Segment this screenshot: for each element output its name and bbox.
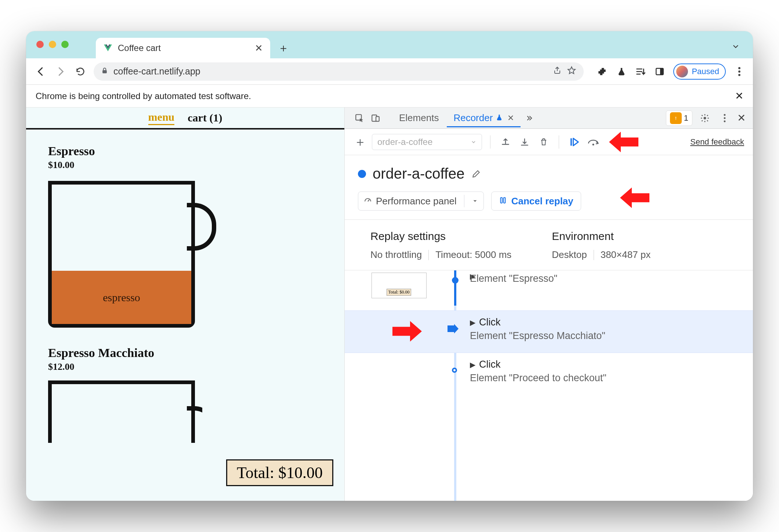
tab-title: Coffee cart <box>118 43 250 53</box>
svg-rect-13 <box>675 119 676 120</box>
profile-paused-chip[interactable]: Paused <box>673 63 726 80</box>
nav-link-cart[interactable]: cart (1) <box>188 112 222 124</box>
back-button[interactable] <box>34 65 47 78</box>
step-action: Click <box>479 359 501 370</box>
browser-tab[interactable]: Coffee cart ✕ <box>96 38 270 58</box>
tab-elements[interactable]: Elements <box>392 109 445 127</box>
svg-rect-4 <box>660 68 663 74</box>
product-name: Espresso Macchiato <box>48 346 322 360</box>
product-price: $12.00 <box>48 361 322 372</box>
sidepanel-icon[interactable] <box>654 66 665 77</box>
new-tab-button[interactable]: ＋ <box>276 41 291 55</box>
product-card: Espresso Macchiato $12.00 <box>48 346 322 443</box>
caret-right-icon: ▶ <box>470 318 475 327</box>
environment-settings: Environment Desktop 380×487 px <box>552 230 651 260</box>
performance-panel-button[interactable]: Performance panel <box>358 192 484 211</box>
cancel-replay-label: Cancel replay <box>511 196 573 207</box>
coffee-mug-icon[interactable]: espresso <box>48 177 202 328</box>
chevron-down-icon <box>472 196 478 207</box>
recording-title-row: order-a-coffee <box>358 165 740 182</box>
inspect-element-icon[interactable] <box>352 111 367 125</box>
cancel-replay-button[interactable]: Cancel replay <box>491 192 581 211</box>
issues-badge[interactable]: 1 <box>666 110 692 126</box>
minimize-window-button[interactable] <box>49 41 56 48</box>
browser-window: Coffee cart ✕ ＋ coffee-cart.netlify.app … <box>26 31 753 501</box>
send-feedback-link[interactable]: Send feedback <box>690 137 744 147</box>
traffic-lights <box>36 41 69 48</box>
perf-label: Performance panel <box>376 196 457 207</box>
main-area: menu cart (1) Espresso $10.00 espresso E… <box>26 108 753 501</box>
reload-button[interactable] <box>74 65 87 78</box>
url-text: coffee-cart.netlify.app <box>113 66 548 77</box>
devtools-tabbar: Elements Recorder ✕ 1 ✕ <box>345 108 753 129</box>
step-row[interactable]: ▶Click Element "Espresso Macchiato" <box>345 311 753 353</box>
svg-point-17 <box>724 120 726 122</box>
environment-title: Environment <box>552 230 651 243</box>
step-thumbnail: Total: $0.00 <box>367 270 431 300</box>
dropdown-value: order-a-coffee <box>377 137 432 147</box>
replay-icon[interactable] <box>567 135 581 149</box>
svg-point-7 <box>738 74 740 76</box>
tab-close-icon[interactable]: ✕ <box>255 43 263 54</box>
settings-gear-icon[interactable] <box>698 111 712 125</box>
step-target: Element "Espresso Macchiato" <box>470 330 605 342</box>
svg-rect-20 <box>500 197 502 203</box>
step-over-icon[interactable] <box>586 135 600 149</box>
window-dropdown-icon[interactable] <box>732 41 740 53</box>
automation-banner-text: Chrome is being controlled by automated … <box>36 91 251 101</box>
product-list: Espresso $10.00 espresso Espresso Macchi… <box>26 130 344 501</box>
svg-point-5 <box>738 67 740 69</box>
automation-banner: Chrome is being controlled by automated … <box>26 85 753 108</box>
total-callout[interactable]: Total: $10.00 <box>226 459 333 486</box>
product-name: Espresso <box>48 144 322 158</box>
svg-point-6 <box>738 70 740 73</box>
devtools-close-icon[interactable]: ✕ <box>737 112 746 124</box>
svg-point-14 <box>704 117 706 119</box>
banner-close-icon[interactable]: ✕ <box>735 90 743 102</box>
add-recording-button[interactable]: ＋ <box>354 134 367 150</box>
devtools-menu-icon[interactable] <box>717 111 732 125</box>
star-icon[interactable] <box>567 66 576 77</box>
svg-point-15 <box>724 114 726 116</box>
delete-icon[interactable] <box>537 135 551 149</box>
timeout-value[interactable]: Timeout: 5000 ms <box>435 249 511 260</box>
step-action: Click <box>479 317 501 328</box>
device-toolbar-icon[interactable] <box>368 111 383 125</box>
nav-link-menu[interactable]: menu <box>148 111 175 125</box>
extensions-icon[interactable] <box>597 66 608 77</box>
forward-button[interactable] <box>54 65 67 78</box>
address-bar[interactable]: coffee-cart.netlify.app <box>94 62 584 81</box>
coffee-mug-icon[interactable] <box>48 380 202 443</box>
tab-recorder[interactable]: Recorder ✕ <box>447 109 521 127</box>
annotation-arrow-icon <box>609 132 638 152</box>
step-target: Element "Proceed to checkout" <box>470 372 606 384</box>
labs-flask-icon[interactable] <box>616 66 627 77</box>
paused-label: Paused <box>692 67 719 76</box>
chevron-down-icon <box>471 137 477 147</box>
env-size: 380×487 px <box>601 249 651 260</box>
step-row[interactable]: Total: $0.00 ▶Click Element "Espresso" <box>345 270 753 311</box>
recording-dropdown[interactable]: order-a-coffee <box>372 134 482 150</box>
webpage: menu cart (1) Espresso $10.00 espresso E… <box>26 108 345 501</box>
kebab-menu-icon[interactable] <box>734 66 745 77</box>
recording-header: order-a-coffee Performance panel Cancel … <box>345 155 753 220</box>
tab-close-icon[interactable]: ✕ <box>507 113 514 123</box>
edit-pencil-icon[interactable] <box>471 165 481 182</box>
share-icon[interactable] <box>553 66 562 77</box>
env-device: Desktop <box>552 249 587 260</box>
media-controls-icon[interactable] <box>635 66 646 77</box>
lock-icon <box>101 66 108 77</box>
export-icon[interactable] <box>499 135 512 149</box>
step-row[interactable]: ▶Click Element "Proceed to checkout" <box>345 353 753 395</box>
vue-favicon-icon <box>103 43 113 53</box>
svg-point-16 <box>724 117 726 119</box>
more-tabs-icon[interactable] <box>522 111 537 125</box>
replay-settings: Replay settings No throttling Timeout: 5… <box>370 230 511 260</box>
import-icon[interactable] <box>518 135 532 149</box>
maximize-window-button[interactable] <box>61 41 69 48</box>
close-window-button[interactable] <box>36 41 44 48</box>
throttling-value[interactable]: No throttling <box>370 249 422 260</box>
product-price: $10.00 <box>48 160 322 171</box>
svg-point-19 <box>593 143 594 145</box>
pause-icon <box>499 196 507 207</box>
